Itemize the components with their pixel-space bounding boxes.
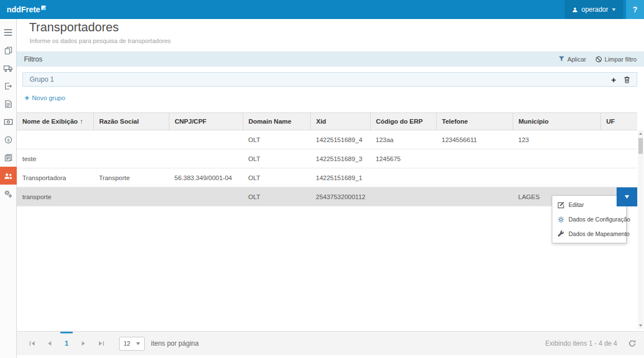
help-button[interactable]: ? <box>626 0 644 19</box>
menu-icon <box>4 29 12 36</box>
new-group-button[interactable]: + Novo grupo <box>25 94 65 102</box>
user-label: operador <box>581 6 608 13</box>
new-group-label: Novo grupo <box>32 95 65 101</box>
sidebar-item-reports[interactable] <box>0 149 17 167</box>
items-per-page-label: itens por página <box>151 340 198 347</box>
plus-icon: + <box>25 94 29 102</box>
sidebar-item-invoices[interactable] <box>0 95 17 113</box>
page-size-select[interactable]: 12 <box>119 337 145 351</box>
sidebar-item-shipments[interactable] <box>0 59 17 77</box>
scrollbar-thumb[interactable] <box>638 138 643 154</box>
menu-item-label: Dados de Configuração <box>569 216 630 223</box>
table-row[interactable]: Transportadora Transporte 56.383.349/000… <box>17 168 637 187</box>
prev-page-button[interactable] <box>42 336 56 351</box>
banknote-icon <box>4 119 13 125</box>
column-header-razao-social[interactable]: Razão Social <box>93 113 169 130</box>
topbar: nddFrete operador ? <box>0 0 644 19</box>
menu-item-label: Dados de Mapeamento <box>569 230 629 237</box>
table-scrollbar <box>638 130 643 329</box>
row-context-menu: Editar Dados de Configuração Dados de Ma… <box>552 195 627 243</box>
brand-flag-icon <box>41 6 46 10</box>
first-page-button[interactable] <box>25 336 39 351</box>
user-menu-button[interactable]: operador <box>565 0 623 19</box>
copy-icon <box>4 46 12 54</box>
triangle-up-icon <box>639 133 642 135</box>
page-title: Transportadores <box>29 20 119 35</box>
column-header-nome-de-exibicao[interactable]: Nome de Exibição↑ <box>17 113 93 130</box>
filters-actions: Aplicar Limpar filtro <box>558 56 637 63</box>
refresh-button[interactable] <box>628 340 636 347</box>
pager-right: Exibindo itens 1 - 4 de 4 <box>545 340 636 347</box>
triangle-down-icon <box>639 324 642 327</box>
delete-group-button[interactable] <box>624 76 630 83</box>
apply-filter-label: Aplicar <box>567 56 586 63</box>
svg-text:$: $ <box>7 138 10 142</box>
sidebar-item-billing[interactable]: $ <box>0 131 17 149</box>
carriers-table: Nome de Exibição↑ Razão Social CNPJ/CPF … <box>17 112 637 206</box>
trash-icon <box>624 76 630 83</box>
menu-item-editar[interactable]: Editar <box>552 197 626 212</box>
column-header-domain-name[interactable]: Domain Name <box>243 113 310 130</box>
apply-filter-button[interactable]: Aplicar <box>558 56 586 63</box>
edit-icon <box>557 201 565 209</box>
filters-bar: Filtros Aplicar Limpar filtro <box>17 51 644 67</box>
sidebar-item-documents[interactable] <box>0 41 17 59</box>
clear-filter-button[interactable]: Limpar filtro <box>595 56 637 63</box>
pager: 1 12 itens por página Exibindo itens 1 -… <box>17 331 644 355</box>
document-icon <box>5 100 12 108</box>
page-subtitle: Informe os dados para pesquisa de transp… <box>30 37 171 44</box>
coin-icon: $ <box>4 136 12 144</box>
pager-summary: Exibindo itens 1 - 4 de 4 <box>545 340 617 347</box>
column-header-municipio[interactable]: Município <box>513 113 600 130</box>
sort-asc-icon: ↑ <box>80 118 83 125</box>
filter-group-actions: + <box>611 76 630 84</box>
brand-logo: nddFrete <box>7 5 46 14</box>
topbar-right: operador ? <box>565 0 644 19</box>
menu-item-dados-configuracao[interactable]: Dados de Configuração <box>552 212 626 227</box>
gears-icon <box>4 190 12 198</box>
people-icon <box>4 172 13 180</box>
scroll-up-button[interactable] <box>638 130 643 137</box>
add-filter-button[interactable]: + <box>611 76 616 84</box>
row-actions-button[interactable] <box>617 187 637 206</box>
user-icon <box>572 7 578 13</box>
wrench-icon <box>557 230 565 238</box>
column-header-telefone[interactable]: Telefone <box>436 113 513 130</box>
table-row-selected[interactable]: transporte OLT 25437532000112 LAGES <box>17 187 637 206</box>
column-header-codigo-erp[interactable]: Código do ERP <box>370 113 436 130</box>
filter-group[interactable]: Grupo 1 + <box>22 72 637 87</box>
funnel-icon <box>558 56 565 62</box>
sidebar-item-carriers[interactable] <box>0 167 17 185</box>
menu-item-label: Editar <box>569 201 584 208</box>
chevron-down-icon <box>612 8 616 11</box>
page-1-button[interactable]: 1 <box>59 332 74 355</box>
truck-icon <box>3 65 13 72</box>
table-row[interactable]: teste OLT 14225151689_3 1245675 <box>17 149 637 168</box>
sidebar-item-payments[interactable] <box>0 113 17 131</box>
export-icon <box>4 82 12 90</box>
brand-text: nddFrete <box>7 5 40 14</box>
pages-icon <box>4 154 12 162</box>
table-header-row: Nome de Exibição↑ Razão Social CNPJ/CPF … <box>17 113 637 130</box>
column-header-xid[interactable]: Xid <box>310 113 370 130</box>
sidebar-item-export[interactable] <box>0 77 17 95</box>
caret-down-icon <box>624 195 629 199</box>
sidebar-item-menu[interactable] <box>0 23 17 41</box>
last-page-button[interactable] <box>94 336 108 351</box>
chevron-down-icon <box>136 342 140 345</box>
gear-icon <box>557 216 565 223</box>
ban-icon <box>595 56 602 63</box>
page-size-value: 12 <box>124 340 130 347</box>
sidebar: $ <box>0 19 17 358</box>
scroll-down-button[interactable] <box>638 322 643 329</box>
clear-filter-label: Limpar filtro <box>605 56 637 63</box>
table-row[interactable]: OLT 14225151689_4 123aa 1234556611 123 <box>17 130 637 149</box>
sidebar-item-settings[interactable] <box>0 185 17 202</box>
menu-item-dados-mapeamento[interactable]: Dados de Mapeamento <box>552 227 626 241</box>
next-page-button[interactable] <box>77 336 91 351</box>
filter-group-name: Grupo 1 <box>30 76 54 83</box>
column-header-cnpj-cpf[interactable]: CNPJ/CPF <box>169 113 243 130</box>
help-label: ? <box>633 5 638 14</box>
filters-title: Filtros <box>24 55 42 63</box>
column-header-uf[interactable]: UF <box>600 113 637 130</box>
